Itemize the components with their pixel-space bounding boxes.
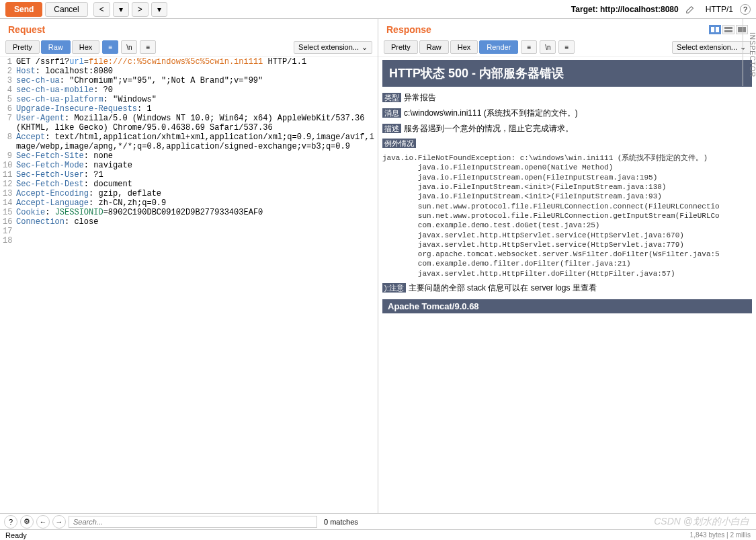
editor-line[interactable]: 5sec-ch-ua-platform: "Windows" [3,95,375,104]
response-ext-select[interactable]: Select extension... ⌄ [672,41,751,54]
request-panel: Request Pretty Raw Hex ≡ \n ≡ Select ext… [0,19,378,513]
line-content[interactable] [16,227,375,236]
editor-line[interactable]: 7User-Agent: Mozilla/5.0 (Windows NT 10.… [3,114,375,132]
line-content[interactable]: sec-ch-ua-platform: "Windows" [16,95,375,104]
response-panel: Response Pretty Raw Hex Render ≡ \n ≡ Se… [378,19,756,513]
line-content[interactable]: GET /ssrf1?url=file:///c:%5cwindows%5c%5… [16,57,375,67]
line-content[interactable]: sec-ch-ua: "Chromium";v="95", ";Not A Br… [16,76,375,85]
type-label: 类型 [382,93,401,102]
line-number: 5 [3,95,16,104]
hamburger-button[interactable]: ≡ [140,40,156,54]
svg-rect-3 [724,30,732,32]
edit-target-icon[interactable] [685,5,695,14]
line-number: 16 [3,217,16,227]
main-split: Request Pretty Raw Hex ≡ \n ≡ Select ext… [0,19,756,513]
line-content[interactable] [16,236,375,245]
send-button[interactable]: Send [5,2,42,17]
editor-line[interactable]: 8Accept: text/html,application/xhtml+xml… [3,132,375,151]
note-label: ):注意 [382,283,406,293]
line-number: 9 [3,151,16,161]
stack-trace: java.io.FileNotFoundException: c:\window… [382,153,752,278]
line-content[interactable]: Upgrade-Insecure-Requests: 1 [16,104,375,114]
resp-tab-render[interactable]: Render [479,40,518,54]
line-content[interactable]: Sec-Fetch-Dest: document [16,180,375,189]
response-render[interactable]: HTTP状态 500 - 内部服务器错误 类型异常报告 消息c:\windows… [378,57,756,513]
line-number: 7 [3,114,16,132]
message-value: c:\windows\win.ini111 (系统找不到指定的文件。) [404,108,578,118]
search-input[interactable] [69,516,317,528]
inspector-tab[interactable]: INSPECTOR [743,19,756,86]
type-value: 异常报告 [404,93,436,102]
svg-rect-1 [716,27,719,32]
line-content[interactable]: Connection: close [16,217,375,227]
line-number: 15 [3,208,16,217]
line-content[interactable]: sec-ch-ua-mobile: ?0 [16,85,375,95]
line-content[interactable]: Sec-Fetch-User: ?1 [16,170,375,180]
resp-tab-raw[interactable]: Raw [419,40,449,54]
editor-line[interactable]: 15Cookie: JSESSIONID=8902C190DBC09102D9B… [3,208,375,217]
chevron-down-icon: ⌄ [362,43,368,52]
editor-line[interactable]: 17 [3,227,375,236]
editor-line[interactable]: 10Sec-Fetch-Mode: navigate [3,161,375,170]
editor-line[interactable]: 11Sec-Fetch-User: ?1 [3,170,375,180]
line-number: 3 [3,76,16,85]
editor-line[interactable]: 12Sec-Fetch-Dest: document [3,180,375,189]
prev-dropdown[interactable]: ▾ [113,2,129,17]
resp-newline-button[interactable]: \n [540,40,556,54]
editor-line[interactable]: 6Upgrade-Insecure-Requests: 1 [3,104,375,114]
line-content[interactable]: Accept-Language: zh-CN,zh;q=0.9 [16,198,375,208]
prev-button[interactable]: < [93,2,110,17]
resp-hamburger-button[interactable]: ≡ [558,40,575,54]
editor-line[interactable]: 1GET /ssrf1?url=file:///c:%5cwindows%5c%… [3,57,375,67]
line-number: 14 [3,198,16,208]
tab-raw[interactable]: Raw [41,40,71,54]
wrap-button[interactable]: ≡ [102,40,118,54]
help-icon[interactable]: ? [740,4,751,15]
editor-line[interactable]: 2Host: localhost:8080 [3,67,375,76]
search-next-icon[interactable]: → [52,515,66,529]
tab-pretty[interactable]: Pretty [5,40,40,54]
top-toolbar: Send Cancel < ▾ > ▾ Target: http://local… [0,0,756,19]
line-content[interactable]: User-Agent: Mozilla/5.0 (Windows NT 10.0… [16,114,375,132]
editor-line[interactable]: 4sec-ch-ua-mobile: ?0 [3,85,375,95]
message-label: 消息 [382,108,401,118]
next-dropdown[interactable]: ▾ [151,2,167,17]
search-prev-icon[interactable]: ← [36,515,50,529]
tab-hex[interactable]: Hex [72,40,100,54]
editor-line[interactable]: 3sec-ch-ua: "Chromium";v="95", ";Not A B… [3,76,375,85]
line-content[interactable]: Accept: text/html,application/xhtml+xml,… [16,132,375,151]
response-controls: Pretty Raw Hex Render ≡ \n ≡ Select exte… [378,38,756,57]
exception-label: 例外情况 [382,139,416,148]
line-number: 8 [3,132,16,151]
match-count: 0 matches [324,518,358,526]
request-editor[interactable]: 1GET /ssrf1?url=file:///c:%5cwindows%5c%… [0,57,378,513]
gear-icon[interactable]: ⚙ [20,515,34,529]
error-heading: HTTP状态 500 - 内部服务器错误 [382,60,752,87]
resp-tab-pretty[interactable]: Pretty [384,40,418,54]
editor-line[interactable]: 16Connection: close [3,217,375,227]
newline-button[interactable]: \n [121,40,137,54]
line-content[interactable]: Host: localhost:8080 [16,67,375,76]
resp-tab-hex[interactable]: Hex [450,40,478,54]
editor-line[interactable]: 9Sec-Fetch-Site: none [3,151,375,161]
line-content[interactable]: Accept-Encoding: gzip, deflate [16,189,375,198]
line-content[interactable]: Sec-Fetch-Site: none [16,151,375,161]
http-version[interactable]: HTTP/1 [702,5,737,14]
request-controls: Pretty Raw Hex ≡ \n ≡ Select extension..… [0,38,378,57]
line-content[interactable]: Cookie: JSESSIONID=8902C190DBC09102D9B27… [16,208,375,217]
line-number: 18 [3,236,16,245]
editor-line[interactable]: 14Accept-Language: zh-CN,zh;q=0.9 [3,198,375,208]
layout-rows-icon[interactable] [722,25,734,34]
line-number: 11 [3,170,16,180]
cancel-button[interactable]: Cancel [45,2,87,17]
line-content[interactable]: Sec-Fetch-Mode: navigate [16,161,375,170]
next-button[interactable]: > [132,2,149,17]
search-help-icon[interactable]: ? [4,515,17,529]
resp-wrap-button[interactable]: ≡ [521,40,537,54]
request-ext-select[interactable]: Select extension... ⌄ [294,41,372,54]
editor-line[interactable]: 13Accept-Encoding: gzip, deflate [3,189,375,198]
line-number: 12 [3,180,16,189]
line-number: 4 [3,85,16,95]
layout-columns-icon[interactable] [709,25,721,34]
editor-line[interactable]: 18 [3,236,375,245]
